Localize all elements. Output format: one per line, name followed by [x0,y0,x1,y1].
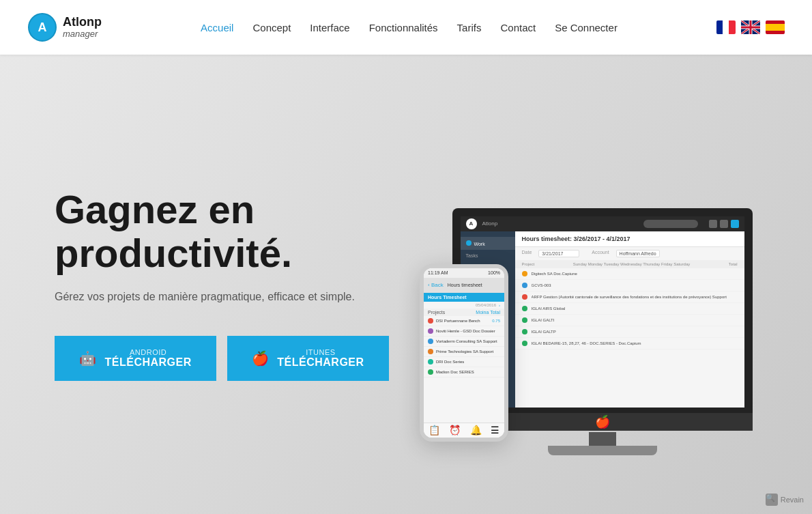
phone-date: 05/04/2016 › [424,302,504,309]
phone-project-item: Vortaderm Consulting SA Support [424,337,504,347]
revain-watermark: 🔍 Revain [766,494,804,506]
phone-project-name: Vortaderm Consulting SA Support [436,339,500,343]
monitor-row-name: GCVS-003 [532,283,738,287]
header: A Atlonp manager Accueil Concept Interfa… [0,0,812,55]
phone-content-title: Hours Timesheet [424,293,504,302]
revain-icon: 🔍 [766,494,778,506]
monitor-row-dot [522,329,527,334]
phone-project-dot [428,318,433,324]
phone-project-name: Noviti Hemle - GSD Doc Dossier [436,329,500,333]
phone-arrow-right: › [499,303,500,307]
monitor-row-dot [522,271,527,276]
sidebar-dot [466,240,472,246]
monitor-account-label: Account [592,250,609,257]
monitor-row-dot [522,306,527,311]
monitor-table-rows: Digitech SA Doc.Capiune GCVS-003 ARFP Ge… [515,268,744,349]
monitor-sidebar-item[interactable]: Work [461,237,515,250]
phone-moina-total: Moina Total [476,310,500,315]
download-buttons: 🤖 ANDROID TÉLÉCHARGER 🍎 ITUNES TÉLÉCHARG… [55,336,406,381]
language-selector [716,20,785,34]
android-icon: 🤖 [79,350,97,367]
hero-title: Gagnez en productivité. [55,188,406,275]
android-download-button[interactable]: 🤖 ANDROID TÉLÉCHARGER [55,336,216,381]
logo-sub: manager [63,29,102,39]
phone-project-dot [428,359,433,365]
phone-back-btn[interactable]: ‹ Back [428,282,444,288]
phone-project-name: DSI Portuennane Bench [436,319,489,323]
monitor-table-row: IGLAI AIRS Global [515,303,744,315]
phone-project-label: Projects Moina Total [424,309,504,316]
monitor-search-bar[interactable] [643,220,698,228]
android-label-top: ANDROID [105,348,192,356]
itunes-label-top: ITUNES [277,348,364,356]
nav-item-concept[interactable]: Concept [252,22,291,33]
revain-label: Revain [781,496,804,504]
flag-spanish[interactable] [766,20,785,34]
monitor-form-row: Date 3/21/2017 Account Hoffmann Alfredo [515,247,744,260]
android-label-main: TÉLÉCHARGER [105,356,192,369]
monitor-table-row: ARFP Gestion (Autorité cantonale de surv… [515,291,744,303]
monitor-row-dot [522,294,527,300]
phone-project-item: DRI Doc Series [424,357,504,367]
flag-english[interactable] [741,20,760,34]
hero-content: Gagnez en productivité. Gérez vos projet… [55,188,406,382]
nav: Accueil Concept Interface Fonctionnalité… [201,22,618,33]
phone-project-dot [428,349,433,354]
hero-section: Gagnez en productivité. Gérez vos projet… [0,55,812,514]
monitor-row-name: ARFP Gestion (Autorité cantonale de surv… [532,295,738,299]
monitor-app-header: A Atlonp [461,216,744,231]
phone-mockup: 11:19 AM 100% ‹ Back Hours timesheet Hou… [420,264,508,442]
monitor-row-dot [522,283,527,288]
monitor-sidebar-item[interactable]: Tasks [461,250,515,261]
monitor-stand-neck [589,432,616,446]
monitor-row-dot [522,341,527,346]
phone-bottom-icon1[interactable]: 📋 [429,425,440,436]
monitor-row-name: IGLAI AIRS Global [532,306,738,311]
monitor-account-value: Hoffmann Alfredo [616,250,660,257]
logo-icon: A [27,12,57,42]
nav-item-fonctionnalites[interactable]: Fonctionnalités [369,22,438,33]
logo-name: Atlonp [63,16,102,29]
phone-project-dot [428,369,433,375]
monitor-row-name: Digitech SA Doc.Capiune [532,272,738,276]
nav-item-interface[interactable]: Interface [310,22,349,33]
nav-item-accueil[interactable]: Accueil [201,22,233,33]
itunes-download-button[interactable]: 🍎 ITUNES TÉLÉCHARGER [227,336,389,381]
phone-project-item: Madion Doc SERIES [424,367,504,377]
logo[interactable]: A Atlonp manager [27,12,102,42]
monitor-logo: A [466,218,477,229]
phone-project-name: Madion Doc SERIES [436,370,500,374]
monitor-table-row: IGLAI GALTI [515,315,744,326]
monitor-row-name: IGLAI GALTI [532,318,738,322]
monitor-date-value: 3/21/2017 [538,250,579,257]
phone-project-dot [428,328,433,334]
nav-item-tarifs[interactable]: Tarifs [457,22,482,33]
phone-project-value: 0.75 [492,319,500,323]
monitor-icon2 [720,220,728,228]
itunes-label-main: TÉLÉCHARGER [277,356,364,369]
monitor-table-row: IGLAI BEDAIRE-15, 28,27, 46 - DOC.SERIES… [515,338,744,349]
monitor-row-dot [522,317,527,323]
phone-project-item: DSI Portuennane Bench 0.75 [424,316,504,326]
monitor-col-total: Total [729,262,738,266]
monitor-content-header: Hours timesheet: 3/26/2017 - 4/1/2017 [515,231,744,247]
monitor-table-row: GCVS-003 [515,280,744,291]
monitor-col-days: Sunday Monday Tuesday Wednesday Thursday… [573,262,691,266]
nav-item-contact[interactable]: Contact [500,22,536,33]
phone-bottom-icon2[interactable]: ⏰ [449,425,461,436]
monitor-table-row: IGLAI GALTP [515,326,744,338]
apple-icon: 🍎 [252,350,270,367]
phone-bottom-icon4[interactable]: ☰ [491,425,499,436]
phone-time: 11:19 AM [428,270,448,275]
phone-nav-title: Hours timesheet [448,283,482,287]
monitor-stand-base [548,446,657,455]
monitor-table-header: Project Sunday Monday Tuesday Wednesday … [515,260,744,268]
monitor-col-project: Project [522,262,535,266]
phone-project-name: DRI Doc Series [436,360,500,364]
phone-bottom-icon3[interactable]: 🔔 [470,425,482,436]
flag-french[interactable] [716,20,736,34]
phone-status-bar: 11:19 AM 100% [424,268,504,278]
monitor-icon1 [709,220,717,228]
monitor-app-name: Atlonp [482,220,498,227]
nav-item-connect[interactable]: Se Connecter [555,22,618,33]
